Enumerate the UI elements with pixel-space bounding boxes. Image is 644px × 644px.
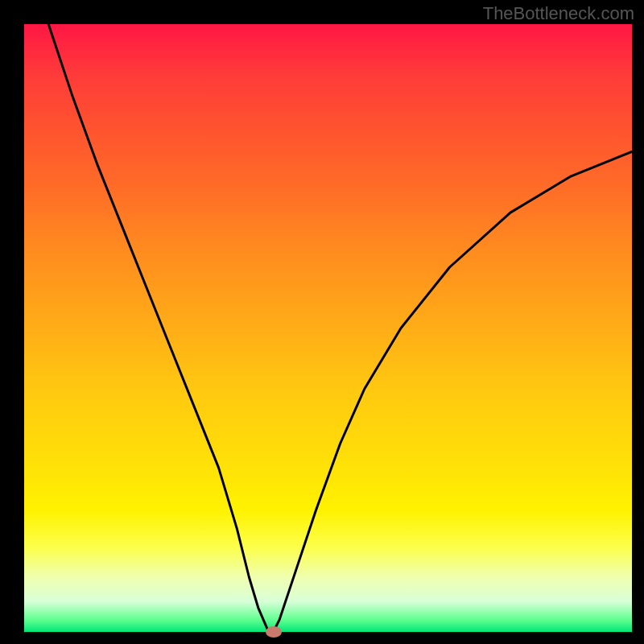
optimal-point-marker [266,626,282,638]
watermark-text: TheBottleneck.com [483,3,634,24]
chart-plot-area [24,24,632,632]
bottleneck-curve [24,24,632,632]
